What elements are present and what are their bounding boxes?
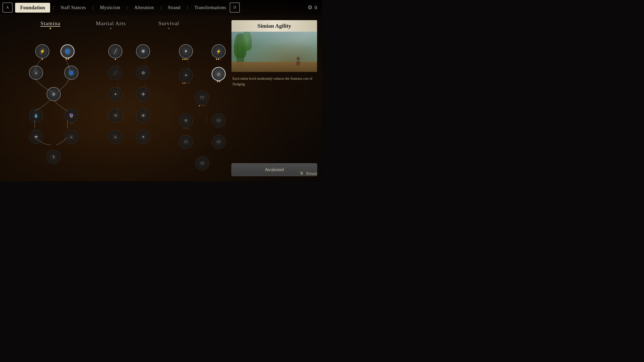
skill-node-m5[interactable]: ✦ [108,87,122,101]
nav-separator-3: | [127,5,128,10]
skill-node-m10[interactable]: ✦ [136,130,150,144]
dot [184,59,186,60]
skill-node-sv7[interactable]: 60 [212,113,226,128]
skill-node-s4[interactable]: 🌀 [64,66,78,80]
dot [188,83,190,84]
panel-title-bar: Simian Agility [231,20,317,32]
skill-node-m6[interactable]: ✤ [136,87,150,101]
nav-bar: A Foundation | Staff Stances | Mysticism… [0,0,322,15]
skill-node-m2[interactable]: ❋ [136,44,150,58]
skill-node-s1[interactable]: ⚡ [35,44,49,58]
nav-active-tab[interactable]: Foundation [15,3,50,13]
skill-node-m1[interactable]: ╱ [108,44,122,58]
skill-tree-area: Stamina Martial Arts Survival [0,15,229,181]
nav-separator-4: | [160,5,161,10]
skill-node-sv2[interactable]: ⚡ [212,44,226,58]
nav-left-button[interactable]: A [3,3,13,13]
skill-node-number: 60 [217,140,221,144]
dot [188,59,190,60]
nav-separator-1: | [53,5,54,10]
dot [72,123,73,124]
skill-node-sv10[interactable]: 45 [195,156,209,170]
skill-node-s5[interactable]: ⚙ [47,87,61,101]
skill-node-m3[interactable]: ⋰ [108,66,122,80]
dot [66,58,67,60]
main-content: Stamina Martial Arts Survival [0,15,322,181]
nav-right-button[interactable]: D [230,3,240,13]
currency-value: 0 [315,5,317,11]
dot [220,59,221,60]
nav-tab-strand[interactable]: Strand [164,4,184,12]
nav-tab-staff-stances[interactable]: Staff Stances [57,4,90,12]
skill-node-m8[interactable]: ❋ [136,108,150,123]
skill-node-sv8[interactable]: 45 [179,135,193,149]
skill-node-sv5[interactable]: 🛡 [195,91,209,105]
dot [187,128,189,129]
nav-tab-alteration[interactable]: Alteration [131,4,157,12]
skill-node-number: 45 [184,140,188,144]
dot [42,59,43,60]
skill-node-sv1[interactable]: ♥ [179,44,193,58]
nav-separator-2: | [92,5,93,10]
dot [186,59,188,60]
dot [203,105,204,106]
dot [183,128,185,129]
skill-node-sv6[interactable]: ⚙ [179,113,193,128]
return-label: Return [306,171,317,176]
nav-tab-transformations[interactable]: Transformations [191,4,230,12]
skill-node-sv3[interactable]: ✦ [179,68,193,82]
section-header-stamina[interactable]: Stamina [20,20,81,27]
skill-node-s9[interactable]: ⚔ [64,130,78,144]
nav-separator-5: | [187,5,188,10]
nav-tab-mysticism[interactable]: Mysticism [96,4,124,12]
dot [182,59,184,60]
dot [218,59,219,60]
character-figure [294,57,302,67]
skill-node-number: 45 [200,161,204,166]
dot [216,59,217,60]
skill-node-m4[interactable]: ✿ [136,66,150,80]
dot [182,83,184,84]
dot [199,105,200,106]
dot [217,81,218,82]
skill-node-s7[interactable]: 🔮 [64,108,78,123]
currency-display: ⚙ 0 [308,4,317,11]
skill-node-s2[interactable]: 🌀 [60,44,75,58]
dot [115,59,116,60]
dot [70,123,71,124]
panel-description: Each talent level moderately reduces the… [231,76,317,87]
section-header-survival[interactable]: Survival [141,20,196,27]
return-icon: 🖱 [299,171,304,176]
dot [186,83,188,84]
skill-node-s8[interactable]: ❤ [29,130,43,144]
currency-icon: ⚙ [308,4,313,11]
skill-node-s6[interactable]: 💧 [29,108,43,123]
dot [68,58,69,60]
skill-node-number: 60 [217,118,221,123]
panel-image [231,32,317,72]
dot [205,105,206,106]
skill-node-sv4[interactable]: ◎ [212,67,226,81]
panel-title: Simian Agility [236,23,312,29]
dot [185,128,187,129]
dot [184,83,186,84]
detail-panel: Simian Agility Each talent level moderat [229,15,322,181]
section-header-martial[interactable]: Martial Arts [81,20,141,27]
return-button[interactable]: 🖱 Return [299,171,317,176]
skill-node-m9[interactable]: ⚔ [108,130,122,144]
dot [201,105,202,106]
skill-node-s10[interactable]: 🏃 [47,150,61,164]
dot [219,81,220,82]
skill-node-s3[interactable]: ⚔ [29,66,43,80]
skill-node-m7[interactable]: ⟲ [108,108,122,123]
skill-node-sv9[interactable]: 60 [212,135,226,149]
